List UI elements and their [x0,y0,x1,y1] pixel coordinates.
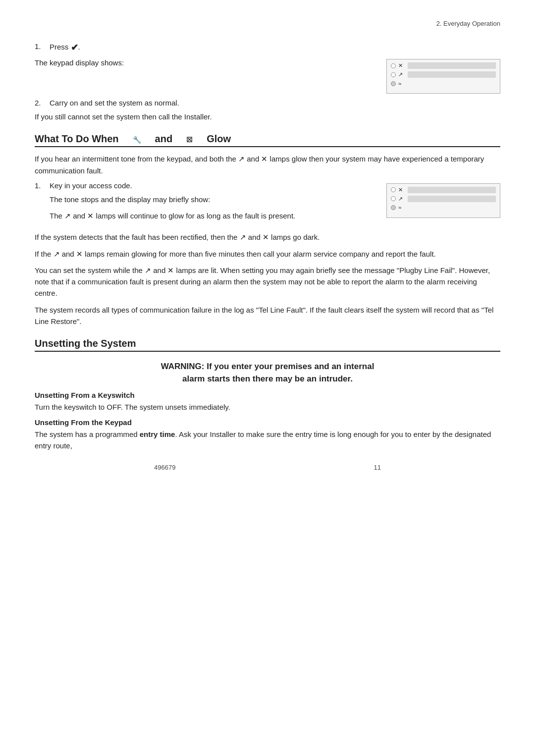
section2-step1: 1. Key in your access code. [35,181,372,190]
para-set: You can set the system while the ↗ and ✕… [35,265,500,299]
para-remain: If the ↗ and ✕ lamps remain glowing for … [35,248,500,260]
lamp-continues-text: The ↗ and ✕ lamps will continue to glow … [50,210,372,221]
tone-stops-text: The tone stops and the display may brief… [50,194,372,205]
lamp-continues-block: The ↗ and ✕ lamps will continue to glow … [50,210,372,221]
step-2-content: Carry on and set the system as normal. [50,99,500,107]
bar-2-1 [408,187,496,193]
fault-icon-2: ↗ [398,71,405,78]
subpara-keypad: The system has a programmed entry time. … [35,429,500,452]
keypad-row-2-1: ✕ [391,187,496,193]
section2-step1-row: 1. Key in your access code. The tone sto… [35,181,500,227]
section-2-heading-glow: Glow [207,133,231,145]
section-2-heading: What To Do When 🔧 and ☒ Glow [35,133,500,147]
keypad-display-section-1: The keypad display shows: ✕ ↗ ≈ [35,57,500,94]
section-2-heading-text: What To Do When [35,133,119,145]
fault-icon-2-2: ↗ [398,196,405,202]
warning-block: WARNING: If you enter your premises and … [35,361,500,385]
step-2-text: Carry on and set the system as normal. [50,99,179,107]
bar-2-2 [408,196,496,202]
step-1-content: Press ✔. [50,42,500,53]
step-1: 1. Press ✔. [35,42,500,53]
step-1-text: Press [50,43,68,51]
warning-line-2: alarm starts then there may be an intrud… [35,373,500,385]
led-1 [391,63,396,68]
para-rectified: If the system detects that the fault has… [35,231,500,243]
keypad-label-text: The keypad display shows: [35,57,372,73]
note-installer: If you still cannot set the system then … [35,111,500,122]
led-2-3 [391,205,396,210]
fault-icon-2-1: ✕ [398,187,405,193]
led-3 [391,81,396,86]
keypad-row-1: ✕ [391,62,496,69]
subpara2-bold: entry time [140,430,175,438]
subheading-keypad: Unsetting From the Keypad [35,418,500,427]
step-2: 2. Carry on and set the system as normal… [35,99,500,107]
keypad-display-1: ✕ ↗ ≈ [386,59,500,94]
keypad-display-2: ✕ ↗ ≈ [386,183,500,218]
keypad-row-2: ↗ [391,71,496,78]
step-1-period: . [78,43,80,51]
section2-step1-number: 1. [35,181,50,190]
section2-step1-text: Key in your access code. [50,181,132,190]
subpara-keyswitch: Turn the keyswitch to OFF. The system un… [35,401,500,413]
step-2-number: 2. [35,99,50,107]
bar-3 [408,80,496,87]
section2-step1-text-col: 1. Key in your access code. The tone sto… [35,181,372,227]
led-2-2 [391,196,396,201]
led-2-1 [391,187,396,192]
tone-stops-block: The tone stops and the display may brief… [50,194,372,205]
led-2 [391,72,396,77]
chapter-header: 2. Everyday Operation [35,20,500,27]
subheading-keyswitch: Unsetting From a Keyswitch [35,391,500,399]
fault-icon-1: ✕ [398,62,405,69]
checkmark-icon: ✔ [71,43,78,53]
page-footer: 496679 11 [0,464,535,471]
section2-step1-content: Key in your access code. [50,181,372,190]
subpara2-start: The system has a programmed [35,430,140,438]
fault-icon-3: ≈ [398,81,405,87]
warning-line-1: WARNING: If you enter your premises and … [35,361,500,373]
section-2-para1: If you hear an intermittent tone from th… [35,153,500,176]
keypad-row-2-3: ≈ [391,205,496,211]
bar-1 [408,62,496,69]
fault-lamp-icon: ☒ [186,136,193,144]
bar-2 [408,71,496,78]
spanner-icon: 🔧 [133,136,141,144]
section-3-heading-text: Unsetting the System [35,338,136,349]
fault-icon-2-3: ≈ [398,205,405,211]
footer-page-number: 11 [374,464,380,471]
section-2-heading-and: and [155,133,173,145]
step-1-number: 1. [35,42,50,53]
para-records: The system records all types of communic… [35,304,500,327]
keypad-row-3: ≈ [391,80,496,87]
footer-part-number: 496679 [154,464,175,471]
bar-2-3 [408,205,496,211]
section-3-heading: Unsetting the System [35,338,500,352]
keypad-row-2-2: ↗ [391,196,496,202]
